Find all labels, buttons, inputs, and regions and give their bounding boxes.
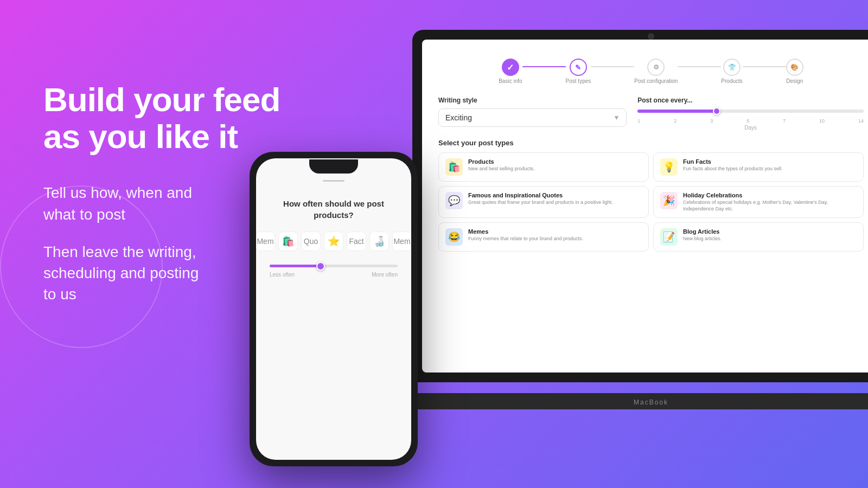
quotes-desc: Great quotes that frame your brand and p… xyxy=(468,200,613,206)
phone-slider-track[interactable] xyxy=(270,265,398,267)
post-type-holiday[interactable]: 🎉 Holiday Celebrations Celebrations of s… xyxy=(653,186,864,218)
step-line-1 xyxy=(522,66,566,67)
phone-icon-meme2: Mem xyxy=(392,232,411,251)
post-type-memes[interactable]: 😂 Memes Funny memes that relate to your … xyxy=(438,222,649,252)
macbook-label: MacBook xyxy=(634,399,668,406)
step-circle-4: 👕 xyxy=(723,59,741,76)
products-text: Products New and best selling products. xyxy=(468,158,535,172)
memes-text: Memes Funny memes that relate to your br… xyxy=(468,228,583,242)
holiday-text: Holiday Celebrations Celebrations of spe… xyxy=(683,192,857,212)
post-types-title: Select your post types xyxy=(438,139,864,147)
gear-icon: ⚙ xyxy=(653,63,659,71)
laptop-base: MacBook xyxy=(396,393,868,409)
config-row: Writing style Exciting ▼ Post once every… xyxy=(438,97,864,131)
fun-facts-desc: Fun facts about the types of products yo… xyxy=(683,166,783,172)
post-type-blog[interactable]: 📝 Blog Articles New blog articles. xyxy=(653,222,864,252)
step-label-4: Products xyxy=(721,78,742,84)
post-frequency-section: Post once every... 1 2 3 5 7 10 1 xyxy=(637,97,864,131)
phone-icon-quote1: Quo xyxy=(301,232,321,251)
phone-body: How often should we post products? Mem 🛍… xyxy=(250,152,418,466)
memes-desc: Funny memes that relate to your brand an… xyxy=(468,236,583,242)
products-name: Products xyxy=(468,158,535,165)
phone-slider-thumb[interactable] xyxy=(316,262,325,271)
phone-question: How often should we post products? xyxy=(264,198,403,221)
shirt-icon: 👕 xyxy=(728,63,736,71)
memes-icon: 😂 xyxy=(445,228,463,246)
step-circle-5: 🎨 xyxy=(786,59,803,76)
slider-ticks: 1 2 3 5 7 10 14 xyxy=(637,118,864,124)
frequency-slider-track[interactable] xyxy=(637,110,864,113)
step-design: 🎨 Design xyxy=(786,59,803,84)
headline-line1: Build your feed xyxy=(43,81,280,118)
step-label-1: Basic info xyxy=(499,78,522,84)
step-label-3: Post configuration xyxy=(634,78,678,84)
post-types-grid: 🛍️ Products New and best selling product… xyxy=(438,152,864,252)
palette-icon: 🎨 xyxy=(790,63,799,71)
quotes-icon: 💬 xyxy=(445,192,463,209)
step-label-2: Post types xyxy=(566,78,591,84)
phone-icon-product1: 🛍️ xyxy=(278,232,298,251)
blog-icon: 📝 xyxy=(660,228,678,246)
phone-icon-fact: Fact xyxy=(347,232,366,251)
post-type-products[interactable]: 🛍️ Products New and best selling product… xyxy=(438,152,649,182)
phone-icon-star: ⭐ xyxy=(324,232,343,251)
products-icon: 🛍️ xyxy=(445,158,463,176)
memes-name: Memes xyxy=(468,228,583,235)
step-basic-info: ✓ Basic info xyxy=(499,59,522,84)
post-type-quotes[interactable]: 💬 Famous and Inspirational Quotes Great … xyxy=(438,186,649,218)
holiday-icon: 🎉 xyxy=(660,192,678,209)
stepper: ✓ Basic info ✎ Post types xyxy=(438,50,864,87)
laptop: ✓ Basic info ✎ Post types xyxy=(412,30,868,409)
phone-screen: How often should we post products? Mem 🛍… xyxy=(256,158,411,460)
writing-style-section: Writing style Exciting ▼ xyxy=(438,97,627,127)
edit-icon: ✎ xyxy=(575,63,581,72)
step-circle-2: ✎ xyxy=(570,59,587,76)
scroll-indicator xyxy=(323,180,344,182)
fun-facts-text: Fun Facts Fun facts about the types of p… xyxy=(683,158,783,172)
post-type-fun-facts[interactable]: 💡 Fun Facts Fun facts about the types of… xyxy=(653,152,864,182)
headline-line2: as you like it xyxy=(43,118,238,155)
phone-slider-fill xyxy=(270,265,321,267)
phone-slider-container: Less often More often xyxy=(264,265,403,278)
writing-style-select[interactable]: Exciting ▼ xyxy=(438,108,627,127)
writing-style-label: Writing style xyxy=(438,97,627,104)
step-products: 👕 Products xyxy=(721,59,742,84)
step-circle-1: ✓ xyxy=(502,59,519,76)
phone: How often should we post products? Mem 🛍… xyxy=(250,152,418,466)
blog-name: Blog Articles xyxy=(683,228,722,235)
laptop-body: ✓ Basic info ✎ Post types xyxy=(412,30,868,382)
step-line-3 xyxy=(678,66,721,67)
holiday-name: Holiday Celebrations xyxy=(683,192,857,198)
slider-thumb[interactable] xyxy=(713,107,720,115)
phone-icon-bottle: 🍶 xyxy=(369,232,389,251)
holiday-desc: Celebrations of special holidays e.g. Mo… xyxy=(683,200,857,212)
laptop-camera xyxy=(648,33,654,40)
quotes-text: Famous and Inspirational Quotes Great qu… xyxy=(468,192,613,206)
blog-desc: New blog articles. xyxy=(683,236,722,242)
slider-fill xyxy=(637,110,717,113)
step-line-4 xyxy=(743,66,786,67)
writing-style-value: Exciting xyxy=(445,113,472,122)
fun-facts-name: Fun Facts xyxy=(683,158,783,165)
chevron-down-icon: ▼ xyxy=(613,114,620,121)
step-label-5: Design xyxy=(786,78,803,84)
phone-slider-labels: Less often More often xyxy=(270,272,398,278)
phone-icon-meme: Mem xyxy=(256,232,275,251)
check-icon-1: ✓ xyxy=(507,62,514,73)
step-post-config: ⚙ Post configuration xyxy=(634,59,678,84)
quotes-name: Famous and Inspirational Quotes xyxy=(468,192,613,198)
days-label: Days xyxy=(637,125,864,131)
step-line-2 xyxy=(591,66,634,67)
phone-icons-row: Mem 🛍️ Quo ⭐ Fact 🍶 Mem xyxy=(256,232,411,251)
phone-slider-right: More often xyxy=(372,272,398,278)
step-circle-3: ⚙ xyxy=(647,59,665,76)
main-headline: Build your feed as you like it xyxy=(43,81,347,155)
post-frequency-label: Post once every... xyxy=(637,97,864,104)
app-ui: ✓ Basic info ✎ Post types xyxy=(422,40,868,373)
fun-facts-icon: 💡 xyxy=(660,158,678,176)
phone-slider-left: Less often xyxy=(270,272,295,278)
blog-text: Blog Articles New blog articles. xyxy=(683,228,722,242)
phone-notch xyxy=(309,159,358,174)
step-post-types: ✎ Post types xyxy=(566,59,591,84)
laptop-screen: ✓ Basic info ✎ Post types xyxy=(422,40,868,373)
